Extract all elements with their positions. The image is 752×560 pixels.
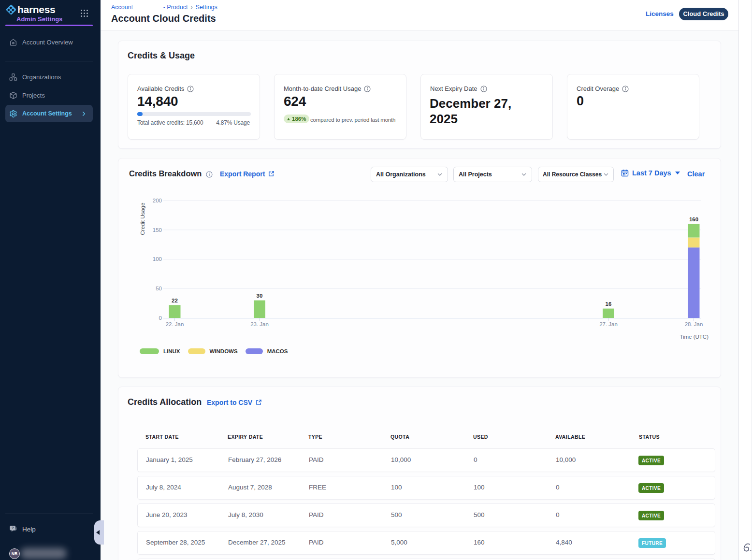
- svg-text:16: 16: [606, 301, 612, 307]
- svg-text:30: 30: [257, 293, 263, 299]
- svg-text:150: 150: [153, 227, 162, 233]
- svg-text:0: 0: [159, 315, 162, 321]
- svg-text:Time (UTC): Time (UTC): [680, 334, 709, 340]
- svg-text:200: 200: [153, 198, 162, 203]
- svg-text:22. Jan: 22. Jan: [166, 321, 184, 327]
- svg-text:160: 160: [689, 216, 698, 222]
- svg-text:22: 22: [172, 298, 178, 303]
- svg-text:23. Jan: 23. Jan: [250, 321, 269, 327]
- svg-text:28. Jan: 28. Jan: [685, 321, 703, 327]
- svg-text:100: 100: [153, 256, 162, 262]
- svg-text:Credit Usage: Credit Usage: [140, 202, 145, 235]
- svg-text:27. Jan: 27. Jan: [599, 321, 618, 327]
- svg-text:50: 50: [156, 286, 162, 291]
- svg-text:?: ?: [12, 526, 14, 530]
